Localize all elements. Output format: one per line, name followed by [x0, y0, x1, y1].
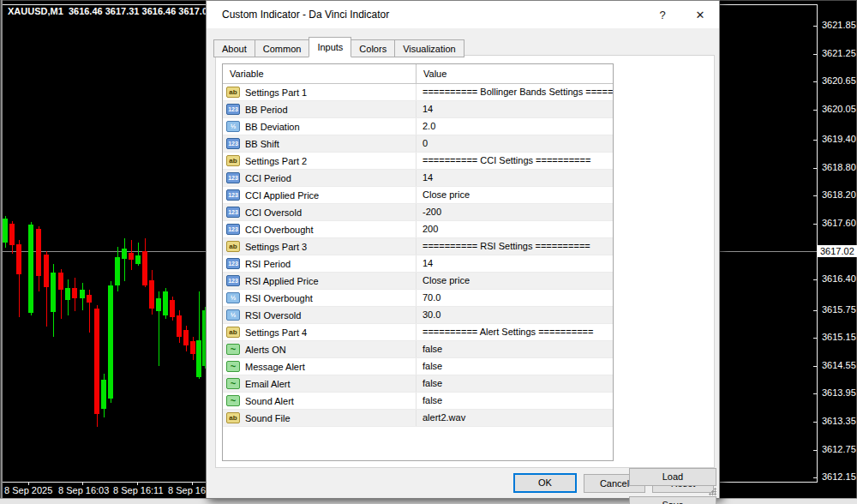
table-row[interactable]: ~Sound Alertfalse: [223, 393, 613, 410]
table-row[interactable]: 123RSI Period14: [223, 255, 613, 273]
bear-candle-body: [58, 273, 63, 290]
variable-name: Sound Alert: [245, 396, 294, 406]
bull-candle-body: [65, 288, 70, 300]
variable-value[interactable]: 14: [417, 255, 613, 272]
variable-value[interactable]: ========== Bollinger Bands Settings ====…: [417, 84, 613, 100]
table-row[interactable]: ~Message Alertfalse: [223, 358, 613, 375]
variable-value[interactable]: Close price: [417, 273, 613, 289]
variable-name: Settings Part 3: [245, 242, 307, 252]
table-row[interactable]: ½BB Deviation2.0: [223, 118, 613, 135]
table-row[interactable]: ~Email Alertfalse: [223, 375, 613, 393]
table-row[interactable]: abSound Filealert2.wav: [223, 410, 613, 427]
table-row[interactable]: ~Alerts ONfalse: [223, 341, 613, 358]
variable-name: CCI Period: [245, 173, 291, 183]
time-axis-label: 8 Sep 2025: [4, 485, 52, 495]
str-type-icon: ab: [226, 412, 240, 423]
table-row[interactable]: abSettings Part 3========== RSI Settings…: [223, 238, 613, 255]
dialog-titlebar[interactable]: Custom Indicator - Da Vinci Indicator ? …: [207, 1, 719, 28]
save-button[interactable]: Save: [629, 496, 716, 504]
dbl-type-icon: ½: [226, 309, 240, 321]
price-axis-tick: [813, 310, 818, 311]
table-row[interactable]: abSettings Part 1========== Bollinger Ba…: [223, 84, 613, 101]
dbl-type-icon: ½: [226, 121, 240, 132]
price-axis-label: 3615.15: [822, 332, 856, 342]
plot-border-right: [817, 4, 818, 483]
variable-name: Message Alert: [245, 362, 305, 372]
variable-cell: ~Email Alert: [223, 375, 417, 392]
variable-value[interactable]: ========== Alert Settings ==========: [417, 324, 613, 340]
close-icon[interactable]: ✕: [686, 5, 714, 25]
load-button[interactable]: Load: [629, 468, 716, 486]
table-row[interactable]: 123CCI Applied PriceClose price: [223, 187, 613, 204]
int-type-icon: 123: [226, 138, 240, 149]
table-row[interactable]: abSettings Part 2========== CCI Settings…: [223, 153, 613, 170]
variable-value[interactable]: 30.0: [417, 307, 613, 323]
tab-visualization[interactable]: Visualization: [394, 39, 464, 57]
bear-candle-body: [36, 229, 41, 276]
bull-candle-body: [156, 298, 161, 311]
help-button[interactable]: ?: [649, 5, 676, 25]
variable-name: Settings Part 4: [245, 327, 307, 338]
bear-candle-body: [190, 341, 195, 354]
column-header-value: Value: [417, 64, 446, 83]
bear-candle-body: [87, 295, 92, 303]
variable-value[interactable]: 200: [417, 221, 613, 237]
variable-name: BB Period: [245, 105, 288, 115]
ok-button[interactable]: OK: [513, 473, 577, 493]
price-axis-label: 3620.05: [822, 104, 856, 114]
candles-layer: [0, 0, 206, 482]
tab-common[interactable]: Common: [255, 39, 310, 57]
variable-value[interactable]: 2.0: [417, 118, 613, 135]
variable-value[interactable]: alert2.wav: [417, 410, 613, 426]
table-row[interactable]: ½RSI Oversold30.0: [223, 307, 613, 324]
tab-inputs[interactable]: Inputs: [309, 37, 351, 57]
table-row[interactable]: ½RSI Overbought70.0: [223, 290, 613, 307]
table-row[interactable]: 123BB Shift0: [223, 135, 613, 153]
tab-about[interactable]: About: [213, 39, 255, 57]
table-row[interactable]: 123RSI Applied PriceClose price: [223, 273, 613, 290]
tab-colors[interactable]: Colors: [351, 39, 395, 57]
price-axis-tick: [813, 477, 818, 478]
table-row[interactable]: 123CCI Overbought200: [223, 221, 613, 238]
table-row[interactable]: 123CCI Period14: [223, 170, 613, 187]
variable-name: CCI Applied Price: [245, 190, 319, 201]
variable-name: Alerts ON: [245, 345, 286, 355]
int-type-icon: 123: [226, 224, 240, 235]
time-axis-label: 8 Sep 16:11: [113, 485, 164, 495]
price-axis-tick: [813, 168, 818, 169]
variable-cell: 123CCI Oversold: [223, 204, 417, 220]
bull-candle-body: [80, 290, 85, 298]
table-row[interactable]: 123BB Period14: [223, 101, 613, 118]
resize-grip-icon[interactable]: [709, 488, 716, 495]
bool-type-icon: ~: [226, 378, 240, 389]
variable-value[interactable]: 14: [417, 170, 613, 186]
variable-value[interactable]: 14: [417, 101, 613, 117]
dbl-type-icon: ½: [226, 292, 240, 303]
price-axis-label: 3615.75: [822, 304, 856, 315]
price-axis-label: 3617.60: [822, 218, 856, 228]
bool-type-icon: ~: [226, 361, 240, 372]
mt4-terminal: XAUUSD,M1 3616.46 3617.31 3616.46 3617.0…: [0, 0, 857, 504]
price-axis-label: 3612.15: [822, 471, 856, 482]
bull-candle-body: [163, 291, 168, 315]
int-type-icon: 123: [226, 275, 240, 286]
variable-cell: 123CCI Applied Price: [223, 187, 417, 203]
price-axis-label: 3621.85: [822, 20, 856, 30]
variable-name: CCI Oversold: [245, 207, 302, 218]
variable-value[interactable]: ========== CCI Settings ==========: [417, 153, 613, 169]
table-row[interactable]: 123CCI Oversold-200: [223, 204, 613, 221]
variable-value[interactable]: false: [417, 375, 613, 392]
variable-value[interactable]: Close price: [417, 187, 613, 203]
variable-value[interactable]: ========== RSI Settings ==========: [417, 238, 613, 255]
variable-value[interactable]: false: [417, 341, 613, 357]
table-body: abSettings Part 1========== Bollinger Ba…: [223, 84, 613, 427]
variable-value[interactable]: false: [417, 358, 613, 375]
variable-cell: 123CCI Overbought: [223, 221, 417, 237]
variable-name: Email Alert: [245, 379, 291, 389]
variable-value[interactable]: 70.0: [417, 290, 613, 306]
price-axis-label: 3616.40: [822, 273, 856, 284]
variable-value[interactable]: -200: [417, 204, 613, 220]
variable-value[interactable]: 0: [417, 135, 613, 152]
variable-value[interactable]: false: [417, 393, 613, 409]
table-row[interactable]: abSettings Part 4========== Alert Settin…: [223, 324, 613, 341]
